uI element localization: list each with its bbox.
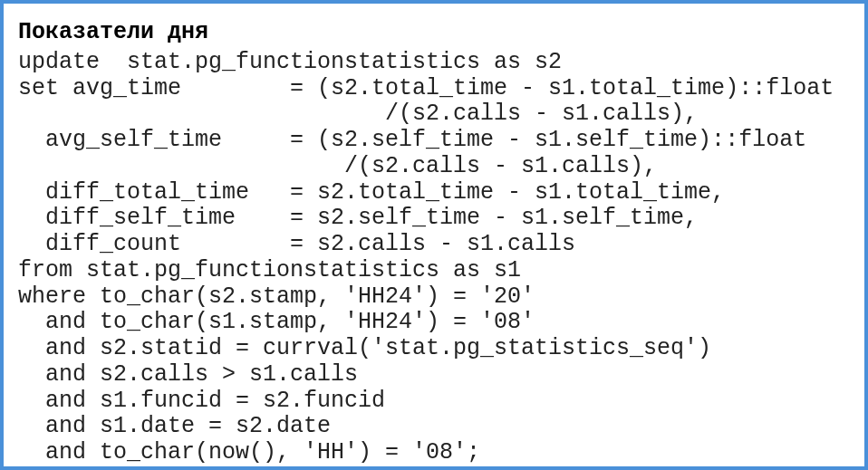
- sql-code-block: update stat.pg_functionstatistics as s2 …: [18, 50, 850, 466]
- slide-title: Показатели дня: [18, 20, 850, 46]
- code-slide-frame: Показатели дня update stat.pg_functionst…: [0, 0, 868, 470]
